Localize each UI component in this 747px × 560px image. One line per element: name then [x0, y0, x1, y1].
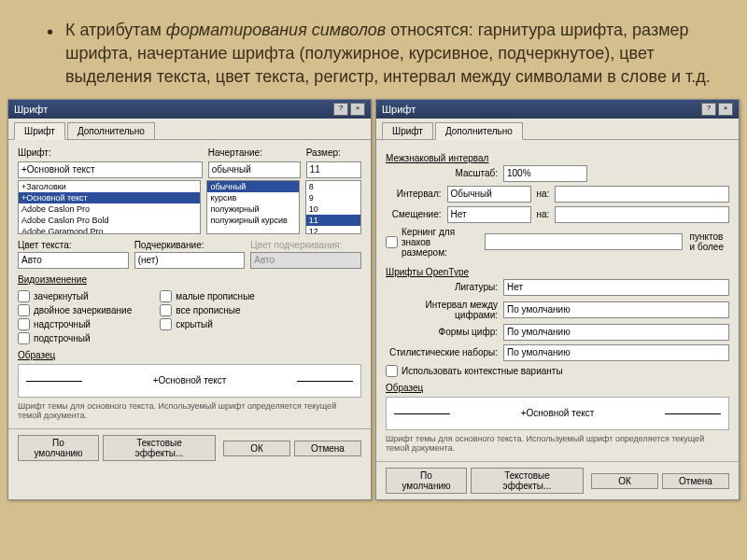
check-superscript[interactable]: надстрочный	[18, 318, 132, 330]
titlebar: Шрифт ? ×	[8, 100, 371, 119]
default-button[interactable]: По умолчанию	[18, 435, 99, 461]
preview-box: +Основной текст	[386, 397, 729, 430]
font-label: Шрифт:	[18, 147, 203, 158]
tab-font[interactable]: Шрифт	[14, 122, 65, 140]
check-hidden[interactable]: скрытый	[160, 318, 255, 330]
effects-button[interactable]: Текстовые эффекты...	[103, 435, 216, 461]
tab-advanced[interactable]: Дополнительно	[67, 122, 155, 139]
preview-label: Образец	[18, 350, 361, 360]
cancel-button[interactable]: Отмена	[662, 473, 729, 489]
style-listbox[interactable]: обычный курсив полужирный полужирный кур…	[206, 180, 299, 234]
list-item[interactable]: обычный	[207, 181, 298, 192]
list-item[interactable]: 10	[306, 203, 360, 215]
dialog-title: Шрифт	[382, 104, 416, 115]
position-label: Смещение:	[386, 209, 442, 219]
kerning-size-input[interactable]	[485, 233, 683, 250]
close-icon[interactable]: ×	[718, 103, 733, 116]
color-label: Цвет текста:	[18, 240, 129, 250]
numforms-label: Формы цифр:	[386, 327, 498, 337]
style-label: Начертание:	[208, 147, 301, 158]
list-item[interactable]: курсив	[207, 192, 298, 203]
spacing-select[interactable]: Обычный	[447, 186, 531, 203]
help-icon[interactable]: ?	[333, 103, 348, 116]
check-subscript[interactable]: подстрочный	[18, 332, 132, 344]
font-dialog-1: Шрифт ? × Шрифт Дополнительно Шрифт: Нач…	[7, 99, 372, 501]
numspacing-select[interactable]: По умолчанию	[503, 301, 729, 318]
style-input[interactable]	[208, 161, 301, 178]
effects-section: Видоизменение	[18, 274, 361, 285]
kerning-check[interactable]: Кернинг для знаков размером:пунктов и бо…	[386, 227, 729, 258]
list-item[interactable]: +Основной текст	[19, 192, 200, 203]
check-strikethrough[interactable]: зачеркнутый	[18, 290, 132, 302]
list-item[interactable]: 11	[306, 215, 360, 226]
tab-font[interactable]: Шрифт	[382, 122, 433, 139]
list-item[interactable]: Adobe Caslon Pro	[19, 203, 200, 215]
close-icon[interactable]: ×	[350, 103, 365, 116]
titlebar: Шрифт ? ×	[376, 100, 739, 119]
contextual-check[interactable]: Использовать контекстные варианты	[386, 365, 729, 377]
numspacing-label: Интервал между цифрами:	[386, 300, 498, 320]
stylistic-select[interactable]: По умолчанию	[503, 344, 729, 361]
preview-label: Образец	[386, 383, 729, 393]
list-item[interactable]: 9	[306, 192, 360, 203]
font-listbox[interactable]: +Заголовки +Основной текст Adobe Caslon …	[18, 180, 201, 234]
size-input[interactable]	[306, 161, 361, 178]
list-item[interactable]: +Заголовки	[19, 181, 200, 192]
ok-button[interactable]: ОК	[591, 473, 658, 489]
ligatures-select[interactable]: Нет	[503, 279, 729, 296]
numforms-select[interactable]: По умолчанию	[503, 324, 729, 341]
ulcolor-label: Цвет подчеркивания:	[250, 240, 361, 250]
scale-label: Масштаб:	[386, 168, 498, 178]
hint-text: Шрифт темы для основного текста. Использ…	[386, 434, 729, 455]
check-double-strike[interactable]: двойное зачеркивание	[18, 304, 132, 316]
spacing-by-input[interactable]	[555, 186, 729, 203]
list-item[interactable]: 12	[306, 226, 360, 234]
ok-button[interactable]: ОК	[223, 441, 290, 456]
color-select[interactable]: Авто	[18, 252, 129, 269]
spacing-section: Межзнаковый интервал	[386, 153, 729, 163]
bullet-italic: форматирования символов	[166, 21, 387, 39]
list-item[interactable]: 8	[306, 181, 360, 192]
tab-advanced[interactable]: Дополнительно	[435, 122, 523, 140]
stylistic-label: Стилистические наборы:	[386, 347, 498, 357]
position-by-input[interactable]	[555, 206, 729, 223]
list-item[interactable]: Adobe Garamond Pro	[19, 226, 200, 234]
list-item[interactable]: полужирный	[207, 203, 298, 215]
spacing-label: Интервал:	[386, 189, 442, 199]
help-icon[interactable]: ?	[701, 103, 716, 116]
list-item[interactable]: полужирный курсив	[207, 215, 298, 226]
scale-select[interactable]: 100%	[503, 165, 587, 182]
cancel-button[interactable]: Отмена	[294, 441, 361, 456]
font-input[interactable]	[18, 161, 203, 178]
spacing-by-label: на:	[537, 189, 550, 199]
ulcolor-select: Авто	[250, 252, 361, 269]
position-select[interactable]: Нет	[447, 206, 531, 223]
bullet-prefix: К атрибутам	[65, 21, 166, 39]
effects-button[interactable]: Текстовые эффекты...	[471, 468, 584, 494]
list-item[interactable]: Adobe Caslon Pro Bold	[19, 215, 200, 226]
font-dialog-2: Шрифт ? × Шрифт Дополнительно Межзнаковы…	[375, 99, 740, 501]
size-listbox[interactable]: 8 9 10 11 12	[305, 180, 361, 234]
underline-label: Подчеркивание:	[134, 240, 246, 250]
hint-text: Шрифт темы для основного текста. Использ…	[18, 401, 361, 422]
size-label: Размер:	[306, 147, 361, 158]
slide-bullet: К атрибутам форматирования символов отно…	[47, 19, 719, 90]
dialog-title: Шрифт	[14, 104, 48, 115]
default-button[interactable]: По умолчанию	[386, 468, 467, 494]
check-allcaps[interactable]: все прописные	[160, 304, 255, 316]
preview-box: +Основной текст	[18, 364, 361, 398]
position-by-label: на:	[537, 209, 550, 219]
check-smallcaps[interactable]: малые прописные	[160, 290, 255, 302]
opentype-section: Шрифты OpenType	[386, 267, 729, 277]
ligatures-label: Лигатуры:	[386, 282, 498, 292]
underline-select[interactable]: (нет)	[134, 252, 246, 269]
